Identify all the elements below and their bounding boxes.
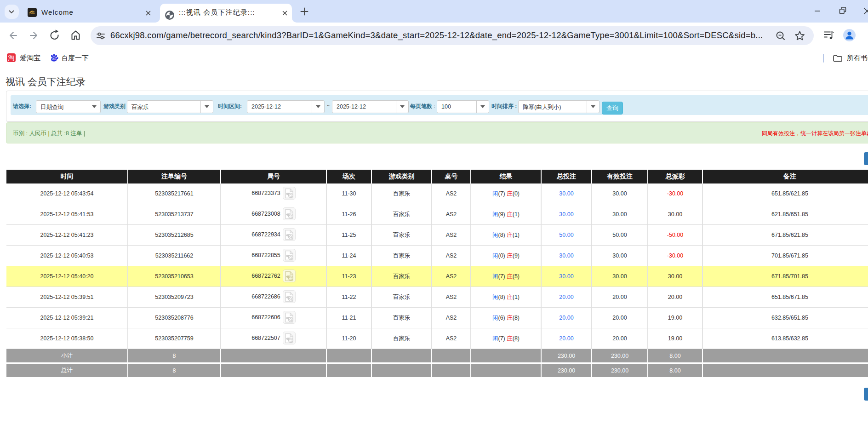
svg-text:du: du <box>52 57 56 61</box>
